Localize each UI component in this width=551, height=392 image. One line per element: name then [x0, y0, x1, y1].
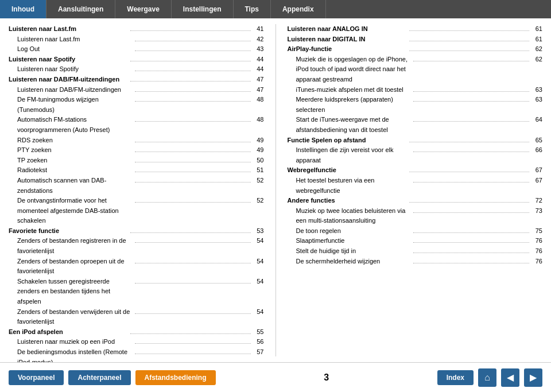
toc-title: Een iPod afspelen — [9, 327, 129, 337]
toc-title: Instellingen die zijn vereist voor elk a… — [288, 145, 412, 165]
toc-entry: Favoriete functie53 — [9, 226, 264, 236]
toc-page: 44 — [253, 55, 264, 65]
toc-dots — [413, 242, 529, 243]
toc-dots — [130, 61, 250, 61]
toc-entry: Luisteren naar DIGITAL IN61 — [288, 34, 543, 45]
toc-title: Zenders of bestanden registreren in de f… — [9, 236, 133, 256]
toc-page: 76 — [531, 246, 542, 257]
back-button[interactable]: ◀ — [501, 368, 519, 387]
toc-title: Luisteren naar Spotify — [9, 55, 129, 65]
toc-dots — [135, 263, 251, 263]
afstandsbediening-button[interactable]: Afstandsbediening — [135, 370, 216, 385]
toc-entry: Functie Spelen op afstand65 — [288, 135, 543, 146]
toc-page: 49 — [253, 145, 264, 156]
toc-title: Luisteren naar Spotify — [9, 64, 133, 75]
toc-dots — [409, 202, 529, 203]
toc-page: 67 — [531, 176, 542, 186]
main-content: Luisteren naar Last.fm41Luisteren naar L… — [0, 18, 551, 362]
toc-entry: Zenders of bestanden oproepen uit de fav… — [9, 257, 264, 277]
toc-page: 48 — [253, 115, 264, 125]
achterpaneel-button[interactable]: Achterpaneel — [68, 370, 130, 385]
toc-dots — [413, 61, 529, 61]
toc-entry: Zenders of bestanden verwijderen uit de … — [9, 307, 264, 327]
toc-dots — [135, 142, 251, 142]
toc-title: Zenders of bestanden oproepen uit de fav… — [9, 257, 133, 277]
toc-page: 73 — [531, 206, 542, 216]
toc-title: Luisteren naar ANALOG IN — [288, 24, 408, 34]
toc-entry: Een iPod afspelen55 — [9, 327, 264, 337]
toc-title: Schakelen tussen geregistreerde zenders … — [9, 277, 133, 307]
toc-title: Luisteren naar Last.fm — [9, 24, 129, 34]
toc-dots — [135, 354, 251, 354]
tab-appendix[interactable]: Appendix — [271, 0, 326, 18]
toc-entry: Slaaptimerfunctie76 — [288, 236, 543, 246]
toc-page: 54 — [253, 307, 264, 317]
toc-entry: Muziek die is opgeslagen op de iPhone, i… — [288, 55, 543, 85]
tab-inhoud[interactable]: Inhoud — [0, 0, 46, 18]
toc-entry: De toon regelen75 — [288, 226, 543, 236]
toc-title: Favoriete functie — [9, 226, 129, 236]
tab-tips[interactable]: Tips — [234, 0, 271, 18]
top-navigation: Inhoud Aansluitingen Weergave Instelling… — [0, 0, 551, 18]
toc-title: AirPlay-functie — [288, 44, 408, 55]
toc-dots — [413, 263, 529, 263]
toc-page: 76 — [531, 257, 542, 267]
toc-entry: Luisteren naar DAB/FM-uitzendingen47 — [9, 75, 264, 85]
toc-entry: Webregelfunctie67 — [288, 165, 543, 176]
toc-title: TP zoeken — [9, 156, 133, 166]
toc-page: 44 — [253, 64, 264, 75]
tab-weergave[interactable]: Weergave — [115, 0, 171, 18]
toc-title: Automatisch FM-stations voorprogrammeren… — [9, 115, 133, 135]
toc-dots — [135, 202, 251, 203]
toc-entry: Het toestel besturen via een webregelfun… — [288, 176, 543, 196]
toc-title: Luisteren naar DAB/FM-uitzendingen — [9, 75, 129, 85]
toc-page: 63 — [531, 95, 542, 105]
toc-title: Automatisch scannen van DAB-zendstations — [9, 176, 133, 196]
toc-page: 63 — [531, 85, 542, 95]
tab-instellingen[interactable]: Instellingen — [172, 0, 234, 18]
toc-page: 61 — [531, 24, 542, 34]
toc-dots — [135, 152, 251, 152]
toc-page: 61 — [531, 34, 542, 45]
toc-dots — [135, 242, 251, 243]
toc-dots — [409, 41, 529, 41]
toc-entry: Luisteren naar DAB/FM-uitzendingen47 — [9, 85, 264, 95]
toc-page: 54 — [253, 236, 264, 246]
toc-title: De FM-tuningmodus wijzigen (Tunemodus) — [9, 95, 133, 115]
toc-entry: Luisteren naar Spotify44 — [9, 64, 264, 75]
toc-dots — [409, 172, 529, 172]
toc-dots — [135, 41, 251, 41]
toc-entry: TP zoeken50 — [9, 156, 264, 166]
toc-title: Functie Spelen op afstand — [288, 135, 408, 146]
home-button[interactable]: ⌂ — [478, 368, 496, 387]
toc-page: 54 — [253, 257, 264, 267]
toc-dots — [413, 232, 529, 233]
toc-page: 57 — [253, 347, 264, 358]
toc-entry: De schermhelderheid wijzigen76 — [288, 257, 543, 267]
toc-entry: Luisteren naar ANALOG IN61 — [288, 24, 543, 34]
toc-title: Het toestel besturen via een webregelfun… — [288, 176, 412, 196]
toc-dots — [413, 212, 529, 213]
toc-title: Radiotekst — [9, 165, 133, 176]
forward-button[interactable]: ▶ — [524, 368, 542, 387]
toc-dots — [135, 71, 251, 71]
index-button[interactable]: Index — [437, 370, 474, 385]
toc-page: 43 — [253, 44, 264, 55]
toc-dots — [135, 162, 251, 162]
tab-aansluitingen[interactable]: Aansluitingen — [46, 0, 115, 18]
toc-dots — [135, 182, 251, 183]
bottom-left-buttons: Voorpaneel Achterpaneel Afstandsbedienin… — [9, 370, 216, 385]
toc-entry: Zenders of bestanden registreren in de f… — [9, 236, 264, 256]
toc-dots — [135, 101, 251, 102]
toc-dots — [413, 101, 529, 102]
voorpaneel-button[interactable]: Voorpaneel — [9, 370, 64, 385]
toc-entry: De bedieningsmodus instellen (Remote iPo… — [9, 347, 264, 362]
toc-page: 42 — [253, 34, 264, 45]
toc-entry: iTunes-muziek afspelen met dit toestel63 — [288, 85, 543, 95]
toc-dots — [130, 30, 250, 31]
toc-title: Luisteren naar DIGITAL IN — [288, 34, 408, 45]
toc-dots — [135, 172, 251, 172]
toc-entry: Muziek op twee locaties beluisteren via … — [288, 206, 543, 226]
toc-title: Luisteren naar Last.fm — [9, 34, 133, 45]
toc-page: 64 — [531, 115, 542, 125]
